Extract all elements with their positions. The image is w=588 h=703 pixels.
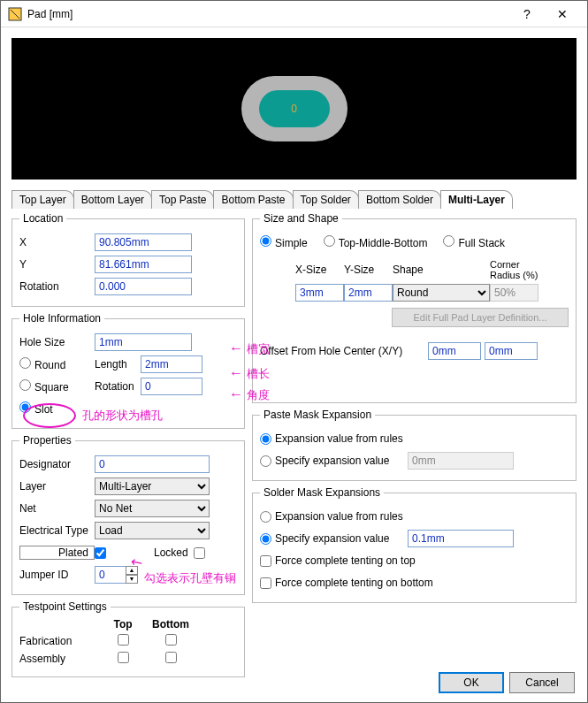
ok-button[interactable]: OK	[439, 672, 504, 693]
tp-legend: Testpoint Settings	[19, 600, 111, 613]
etype-select[interactable]: Load	[95, 522, 210, 539]
solder-rules-label: Expansion value from rules	[275, 510, 403, 523]
simple-radio[interactable]	[260, 235, 271, 247]
pad-number: 0	[291, 103, 297, 115]
close-button[interactable]: ✕	[545, 7, 580, 21]
properties-group: Properties Designator LayerMulti-Layer N…	[11, 434, 245, 595]
layer-label: Layer	[19, 480, 95, 493]
edit-full-button[interactable]: Edit Full Pad Layer Definition...	[392, 308, 569, 327]
net-select[interactable]: No Net	[95, 500, 210, 517]
hole-round-label: Round	[34, 359, 65, 371]
tp-top-header: Top	[99, 618, 147, 630]
location-legend: Location	[19, 212, 66, 225]
tp-asm-label: Assembly	[19, 653, 99, 665]
tmb-label: Top-Middle-Bottom	[339, 237, 428, 249]
jumper-label: Jumper ID	[19, 569, 95, 581]
arrow-icon: ←	[229, 387, 243, 401]
tp-asm-top[interactable]	[118, 652, 129, 663]
pad-outer: 0	[241, 76, 347, 141]
simple-label: Simple	[275, 237, 308, 249]
tab-bottom-solder[interactable]: Bottom Solder	[358, 190, 441, 209]
size-shape-group: Size and Shape Simple Top-Middle-Bottom …	[252, 212, 577, 403]
paste-rules-radio[interactable]	[260, 433, 271, 445]
offset-label: Offset From Hole Center (X/Y)	[260, 345, 428, 357]
rotation-input[interactable]	[95, 278, 192, 295]
pad-inner: 0	[259, 90, 330, 127]
tent-top-checkbox[interactable]	[260, 555, 271, 567]
solder-mask-group: Solder Mask Expansions Expansion value f…	[252, 486, 577, 603]
testpoint-group: Testpoint Settings TopBottom Fabrication…	[11, 600, 245, 677]
tab-top-solder[interactable]: Top Solder	[293, 190, 359, 209]
hole-square-radio[interactable]	[19, 379, 31, 391]
hole-slot-label: Slot	[34, 403, 53, 416]
paste-value-input	[408, 452, 514, 470]
tab-bottom-paste[interactable]: Bottom Paste	[213, 190, 293, 209]
shape-select[interactable]: Round	[393, 284, 490, 302]
xsize-input[interactable]	[295, 284, 344, 302]
solder-value-input[interactable]	[408, 530, 514, 547]
tab-top-layer[interactable]: Top Layer	[11, 190, 74, 209]
radius-label: Corner Radius (%)	[490, 259, 543, 280]
hole-group: Hole Information Hole Size Round Length …	[11, 312, 245, 429]
plated-checkbox[interactable]	[95, 547, 106, 559]
etype-label: Electrical Type	[19, 524, 95, 537]
pad-preview: 0	[11, 38, 577, 180]
app-icon	[8, 7, 22, 21]
hole-rot-label: Rotation	[95, 380, 141, 393]
tent-bottom-label: Force complete tenting on bottom	[275, 577, 433, 589]
jumper-down[interactable]: ▼	[126, 575, 138, 584]
tent-bottom-checkbox[interactable]	[260, 577, 271, 589]
size-legend: Size and Shape	[260, 212, 342, 225]
ysize-input[interactable]	[344, 284, 393, 302]
hole-size-input[interactable]	[95, 333, 192, 351]
layer-select[interactable]: Multi-Layer	[95, 478, 210, 495]
tab-top-paste[interactable]: Top Paste	[151, 190, 214, 209]
paste-legend: Paste Mask Expansion	[260, 409, 375, 421]
rotation-label: Rotation	[19, 280, 95, 293]
tent-top-label: Force complete tenting on top	[275, 554, 416, 567]
tab-multi-layer[interactable]: Multi-Layer	[440, 190, 513, 209]
hole-round-radio[interactable]	[19, 357, 31, 369]
plated-label: Plated	[19, 546, 95, 560]
help-button[interactable]: ?	[509, 7, 545, 21]
locked-label: Locked	[154, 546, 188, 559]
tmb-radio[interactable]	[324, 235, 335, 247]
tp-asm-bottom[interactable]	[165, 652, 177, 663]
jumper-input[interactable]	[95, 566, 126, 584]
cancel-button[interactable]: Cancel	[509, 672, 575, 693]
solder-spec-radio[interactable]	[260, 533, 271, 545]
length-input[interactable]	[141, 355, 202, 373]
paste-spec-radio[interactable]	[260, 455, 271, 467]
layer-tabs: Top Layer Bottom Layer Top Paste Bottom …	[11, 190, 577, 209]
fullstack-label: Full Stack	[458, 237, 505, 249]
solder-rules-radio[interactable]	[260, 511, 271, 523]
locked-checkbox[interactable]	[194, 547, 205, 559]
y-input[interactable]	[95, 256, 192, 273]
designator-label: Designator	[19, 458, 95, 470]
tp-fab-bottom[interactable]	[165, 634, 177, 646]
offset-y-input[interactable]	[485, 342, 538, 360]
designator-input[interactable]	[95, 455, 210, 473]
ysize-label: Y-Size	[344, 264, 393, 276]
tp-fab-top[interactable]	[118, 634, 129, 646]
paste-rules-label: Expansion value from rules	[275, 432, 403, 445]
shape-label: Shape	[393, 264, 490, 276]
length-label: Length	[95, 358, 141, 371]
hole-size-label: Hole Size	[19, 336, 95, 348]
solder-legend: Solder Mask Expansions	[260, 486, 384, 499]
hole-legend: Hole Information	[19, 312, 104, 325]
xsize-label: X-Size	[295, 264, 344, 276]
arrow-icon: ←	[229, 341, 243, 355]
hole-slot-radio[interactable]	[19, 401, 31, 413]
hole-rot-input[interactable]	[141, 378, 202, 395]
paste-mask-group: Paste Mask Expansion Expansion value fro…	[252, 409, 577, 481]
x-label: X	[19, 236, 95, 248]
x-input[interactable]	[95, 233, 192, 251]
y-label: Y	[19, 258, 95, 271]
radius-input	[490, 284, 538, 302]
fullstack-radio[interactable]	[443, 235, 454, 247]
offset-x-input[interactable]	[428, 342, 481, 360]
tp-fab-label: Fabrication	[19, 635, 99, 647]
titlebar: Pad [mm] ? ✕	[1, 1, 587, 27]
tab-bottom-layer[interactable]: Bottom Layer	[73, 190, 152, 209]
